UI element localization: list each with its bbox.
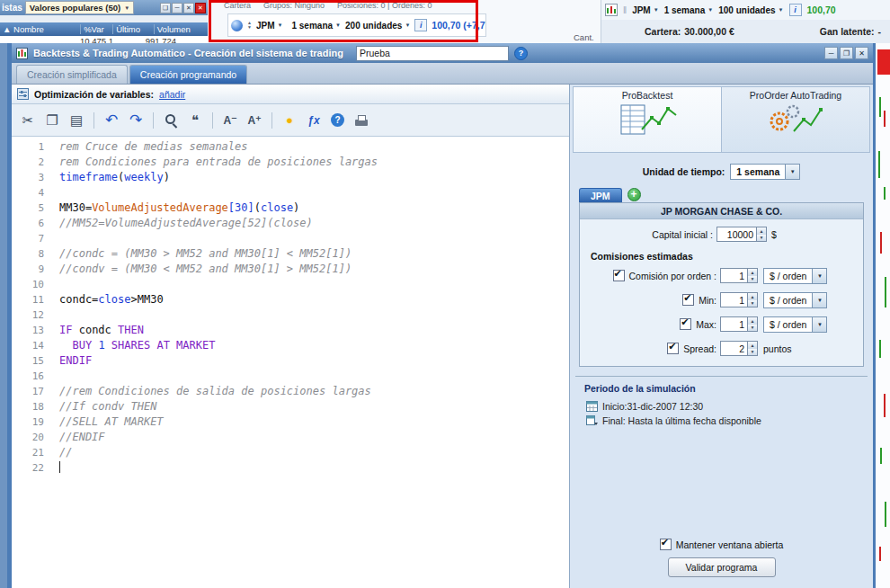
copy-icon[interactable]: ❐ <box>45 112 59 129</box>
spinner-value[interactable]: 2 <box>720 341 747 356</box>
unit-select[interactable]: $ / orden <box>763 268 827 284</box>
close-red-icon[interactable] <box>195 3 206 13</box>
font-increase-icon[interactable]: A⁺ <box>247 112 262 129</box>
spinner-up-icon[interactable] <box>748 269 757 276</box>
detach-icon[interactable] <box>160 3 171 13</box>
code-line[interactable]: //condv = (MM30 < MM52 and MM30[1] > MM5… <box>59 262 569 277</box>
redo-icon[interactable]: ↷ <box>129 112 143 129</box>
symbol-dropdown[interactable]: JPM <box>256 21 283 31</box>
bulb-icon[interactable]: ● <box>282 112 297 129</box>
code-line[interactable]: //MM52=VolumeAdjustedAverage[52](close) <box>59 216 569 231</box>
code-line[interactable]: MM30=VolumeAdjustedAverage[30](close) <box>59 200 569 216</box>
code-line[interactable] <box>59 231 569 246</box>
groups-dropdown-partial[interactable]: Grupos: Ninguno <box>263 1 325 10</box>
field-help-icon[interactable]: ? <box>514 47 528 60</box>
commission-checkbox[interactable] <box>667 343 679 354</box>
timeframe-dropdown[interactable]: 1 semana <box>291 21 341 31</box>
timeframe-dropdown[interactable]: 1 semana <box>664 5 714 15</box>
code-line[interactable]: IF condc THEN <box>59 323 569 338</box>
spinner-down-icon[interactable] <box>757 235 766 242</box>
chevron-down-icon[interactable] <box>812 317 826 332</box>
info-icon[interactable]: i <box>414 19 427 31</box>
code-line[interactable] <box>59 369 569 384</box>
code-line[interactable]: BUY 1 SHARES AT MARKET <box>59 338 569 353</box>
code-line[interactable] <box>59 185 569 200</box>
info-icon[interactable]: i <box>789 4 802 16</box>
code-line[interactable]: //ENDIF <box>59 430 569 445</box>
code-line[interactable]: rem Condiciones para entrada de posicion… <box>59 155 569 170</box>
add-variable-link[interactable]: añadir <box>159 89 185 100</box>
code-line[interactable]: // <box>59 445 569 460</box>
commission-checkbox[interactable] <box>613 270 625 281</box>
symbol-tab-jpm[interactable]: JPM <box>579 188 622 202</box>
code-line[interactable]: timeframe(weekly) <box>59 170 569 185</box>
code-line[interactable]: //SELL AT MARKET <box>59 414 569 430</box>
minimize-icon[interactable] <box>172 3 182 13</box>
calendar-icon[interactable] <box>586 400 598 412</box>
unit-select[interactable]: $ / orden <box>763 316 827 333</box>
add-symbol-button[interactable]: + <box>627 188 641 201</box>
spinner-value[interactable]: 1 <box>720 316 747 332</box>
comment-icon[interactable]: ❝ <box>188 112 202 129</box>
grip-icon[interactable]: ‖ <box>623 5 627 15</box>
column-var[interactable]: %Var <box>81 24 113 34</box>
fx-icon[interactable]: ƒx <box>307 112 321 129</box>
column-volumen[interactable]: Volumen <box>155 24 208 34</box>
print-icon[interactable] <box>354 112 369 129</box>
tab-creacion-simplificada[interactable]: Creación simplificada <box>16 65 128 84</box>
spinner-down-icon[interactable] <box>748 276 757 283</box>
spinner-down-icon[interactable] <box>748 300 757 307</box>
spinner-value[interactable]: 1 <box>720 292 747 307</box>
code-line[interactable]: condc=close>MM30 <box>59 292 569 307</box>
chevron-down-icon[interactable] <box>785 165 799 179</box>
spinner-up-icon[interactable] <box>748 342 757 349</box>
units-dropdown[interactable]: 100 unidades <box>718 5 783 15</box>
help-icon[interactable]: ? <box>331 113 344 127</box>
cut-icon[interactable]: ✂ <box>21 112 35 129</box>
column-nombre[interactable]: ▲ Nombre <box>0 24 81 34</box>
maximize-icon[interactable] <box>840 47 853 59</box>
code-line[interactable] <box>59 307 569 323</box>
spinner-down-icon[interactable] <box>748 325 757 332</box>
code-line[interactable]: //If condv THEN <box>59 399 569 414</box>
spinner-up-icon[interactable] <box>748 317 757 325</box>
column-ultimo[interactable]: Último <box>113 24 155 34</box>
commission-checkbox[interactable] <box>682 294 694 306</box>
chevron-down-icon[interactable] <box>812 293 826 307</box>
reorder-arrows-icon[interactable]: ▲▼ <box>247 21 252 30</box>
code-line[interactable] <box>59 460 569 476</box>
close-icon[interactable] <box>855 47 868 59</box>
proorder-button[interactable]: ProOrder AutoTrading <box>721 87 869 152</box>
code-line[interactable]: //condc = (MM30 > MM52 and MM30[1] < MM5… <box>59 246 569 262</box>
chevron-down-icon[interactable] <box>812 269 826 283</box>
paste-icon[interactable]: ▤ <box>69 112 84 129</box>
tab-cartera-partial[interactable]: Cartera <box>224 1 251 10</box>
font-decrease-icon[interactable]: A⁻ <box>223 112 237 129</box>
keep-open-checkbox[interactable] <box>660 539 672 550</box>
spinner-value[interactable]: 1 <box>720 268 747 283</box>
undo-icon[interactable]: ↶ <box>104 112 119 129</box>
spinner-up-icon[interactable] <box>757 227 766 235</box>
system-name-input[interactable] <box>356 46 509 61</box>
search-icon[interactable] <box>164 112 178 129</box>
units-dropdown[interactable]: 200 unidades <box>345 21 410 31</box>
code-line[interactable] <box>59 277 569 292</box>
code-line[interactable]: rem Cruce de medias semanales <box>59 139 569 155</box>
code-line[interactable]: ENDIF <box>59 353 569 369</box>
unit-select[interactable]: $ / orden <box>763 292 827 308</box>
calendar-dropdown-icon[interactable] <box>586 414 598 426</box>
code-line[interactable]: //rem Condiciones de salida de posicione… <box>59 384 569 399</box>
spinner-up-icon[interactable] <box>748 293 757 300</box>
close-icon[interactable] <box>183 3 194 13</box>
window-titlebar[interactable]: Backtests & Trading Automático - Creació… <box>12 43 873 63</box>
tab-creacion-programando[interactable]: Creación programando <box>129 65 247 84</box>
commission-checkbox[interactable] <box>680 318 691 330</box>
probacktest-button[interactable]: ProBacktest <box>574 87 721 152</box>
watchlist-column-headers[interactable]: ▲ Nombre %Var Último Volumen <box>0 22 208 36</box>
validate-program-button[interactable]: Validar programa <box>668 557 776 577</box>
spinner-down-icon[interactable] <box>748 349 757 356</box>
minimize-icon[interactable] <box>824 47 838 59</box>
spinner-value[interactable]: 10000 <box>716 227 756 242</box>
globe-icon[interactable] <box>231 20 243 31</box>
symbol-dropdown[interactable]: JPM <box>632 5 659 15</box>
